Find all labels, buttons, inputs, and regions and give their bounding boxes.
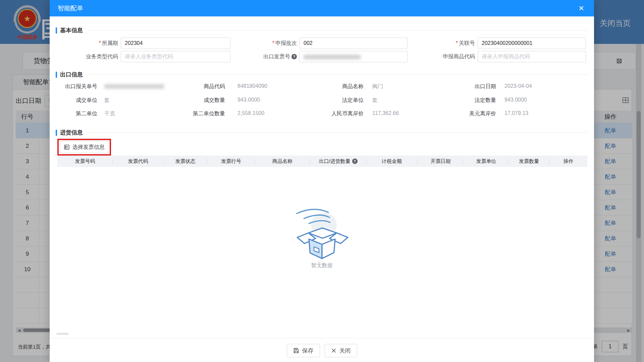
invoice-column-header-label: 发票行号 — [221, 158, 241, 165]
batch-input[interactable] — [300, 38, 408, 49]
readonly-field-label: 第二单位 — [53, 110, 97, 117]
readonly-field-value: 943.0000 — [504, 97, 527, 103]
invoice-column-header-label: 计税金额 — [382, 158, 402, 165]
modal-scrollbar-thumb[interactable] — [56, 333, 69, 335]
readonly-field-value: 943.0000 — [237, 97, 260, 103]
invoice-column-header-label: 开票日期 — [431, 158, 451, 165]
invoice-column-header-label: 出口/进货数量 — [319, 158, 350, 165]
readonly-field-value: 阀门 — [372, 83, 383, 90]
invoice-column-header-label: 商品名称 — [272, 158, 292, 165]
biz-type-code-label: 业务类型代码 — [64, 53, 121, 60]
empty-box-illustration — [293, 205, 351, 261]
invoice-column-header: 发票号码 — [57, 156, 113, 167]
invoice-column-header: 出口/进货数量? — [310, 156, 366, 167]
readonly-field-value: 套 — [104, 97, 110, 104]
smart-matching-modal: 智能配单 ✕ 基本信息 所属期 申报批次 关联号 业务类型代码 出口发票号 ? … — [50, 0, 594, 362]
invoice-column-header-label: 发票单位 — [476, 158, 496, 165]
select-invoice-info-button[interactable]: 选择发票信息 — [60, 141, 108, 153]
invoice-column-header-label: 发票数量 — [519, 158, 539, 165]
invoice-column-header: 操作 — [549, 156, 587, 167]
invoice-column-header: 发票单位 — [464, 156, 508, 167]
close-x-icon — [331, 348, 336, 353]
readonly-field-value: 套 — [372, 97, 378, 104]
invoice-column-header: 开票日期 — [417, 156, 464, 167]
readonly-field-value: 17,079.13 — [504, 110, 528, 116]
readonly-field-label: 法定单位 — [319, 97, 364, 104]
readonly-field-label: 人民币离岸价 — [319, 110, 364, 117]
readonly-field-value: 8481804090 — [237, 83, 267, 89]
readonly-field-label: 第二单位数量 — [181, 110, 225, 117]
select-invoice-info-label: 选择发票信息 — [72, 144, 105, 151]
readonly-field-label: 美元离岸价 — [452, 110, 496, 117]
save-floppy-icon — [293, 348, 299, 354]
close-button[interactable]: 关闭 — [325, 344, 357, 357]
invoice-column-header-label: 发票状态 — [175, 158, 196, 165]
export-invoice-no-label: 出口发票号 — [263, 53, 290, 60]
readonly-field-value: 2023-04-04 — [504, 83, 532, 89]
readonly-field-label: 商品代码 — [181, 83, 225, 90]
invoice-column-header-label: 操作 — [564, 158, 574, 165]
invoice-column-header: 发票状态 — [163, 156, 207, 167]
modal-close-icon[interactable]: ✕ — [577, 4, 586, 13]
invoice-form-icon — [64, 144, 70, 150]
export-invoice-no-input[interactable] — [300, 51, 408, 62]
section-accent-bar — [56, 130, 57, 136]
declare-commodity-code-input[interactable] — [478, 51, 586, 62]
help-icon[interactable]: ? — [291, 54, 297, 59]
invoice-column-header: 计税金额 — [366, 156, 417, 167]
declare-commodity-code-label: 申报商品代码 — [421, 53, 478, 60]
invoice-column-header: 发票代码 — [113, 156, 163, 167]
readonly-field-value: 2,558.1500 — [237, 110, 264, 116]
section-title-export-info: 出口信息 — [60, 71, 83, 78]
footer-divider — [50, 338, 594, 338]
readonly-field-value: 117,362.66 — [372, 110, 399, 116]
save-button[interactable]: 保存 — [287, 344, 320, 357]
help-icon[interactable]: ? — [352, 159, 358, 164]
readonly-field-value: 千克 — [104, 110, 115, 117]
close-button-label: 关闭 — [339, 347, 351, 355]
readonly-field-label: 出口日期 — [452, 83, 496, 90]
period-label: 所属期 — [64, 40, 121, 47]
empty-state: 暂无数据 — [50, 205, 594, 269]
invoice-table-header: 发票号码发票代码发票状态发票行号商品名称出口/进货数量?计税金额开票日期发票单位… — [57, 156, 587, 167]
section-title-basic-info: 基本信息 — [60, 26, 83, 34]
period-input[interactable] — [121, 38, 230, 49]
readonly-field-label: 出口报关单号 — [53, 83, 97, 90]
section-title-purchase-info: 进货信息 — [60, 129, 83, 136]
invoice-column-header: 商品名称 — [255, 156, 310, 167]
biz-type-code-input[interactable] — [121, 51, 230, 62]
relation-no-label: 关联号 — [421, 40, 478, 47]
empty-state-text: 暂无数据 — [311, 262, 333, 269]
modal-header: 智能配单 ✕ — [50, 0, 594, 16]
modal-title: 智能配单 — [58, 4, 83, 13]
redacted-value — [304, 55, 361, 59]
invoice-column-header: 发票行号 — [207, 156, 255, 167]
readonly-field-label: 成交数量 — [181, 97, 225, 104]
redacted-value — [104, 84, 164, 89]
readonly-field-label: 商品名称 — [319, 83, 364, 90]
invoice-column-header-label: 发票号码 — [75, 158, 95, 165]
readonly-field-label: 成交单位 — [53, 97, 97, 104]
relation-no-input[interactable] — [478, 38, 586, 49]
save-button-label: 保存 — [302, 347, 314, 355]
invoice-column-header-label: 发票代码 — [128, 158, 148, 165]
section-accent-bar — [56, 27, 57, 34]
section-accent-bar — [56, 72, 57, 78]
batch-label: 申报批次 — [243, 40, 300, 47]
invoice-column-header: 发票数量 — [508, 156, 549, 167]
readonly-field-label: 法定数量 — [452, 97, 496, 104]
